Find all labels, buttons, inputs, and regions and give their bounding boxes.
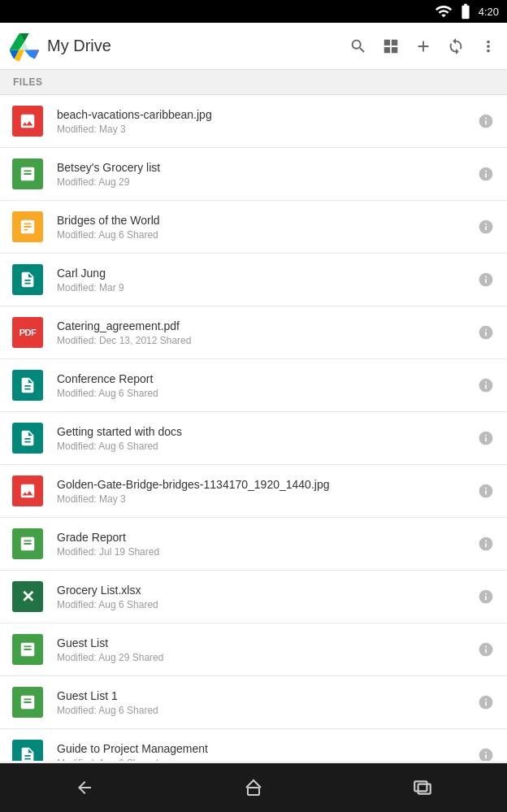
file-details: Catering_agreement.pdf Modified: Dec 13,… xyxy=(57,319,474,346)
list-item[interactable]: Bridges of the World Modified: Aug 6 Sha… xyxy=(0,201,507,254)
info-button[interactable] xyxy=(474,532,497,555)
file-meta: Modified: Aug 6 Shared xyxy=(57,388,474,399)
file-meta: Modified: May 3 xyxy=(57,493,474,505)
file-icon xyxy=(10,103,46,139)
list-item[interactable]: Carl Jung Modified: Mar 9 xyxy=(0,254,507,306)
file-details: beach-vacations-caribbean.jpg Modified: … xyxy=(57,107,474,135)
add-button[interactable] xyxy=(414,37,432,55)
list-item[interactable]: Betsey's Grocery list Modified: Aug 29 xyxy=(0,148,507,201)
search-button[interactable] xyxy=(349,37,367,55)
file-name: Grocery List.xlsx xyxy=(57,583,474,597)
file-icon xyxy=(10,420,46,456)
file-details: Guest List Modified: Aug 29 Shared xyxy=(57,636,474,663)
info-button[interactable] xyxy=(474,163,497,185)
bottom-nav xyxy=(0,763,507,812)
info-button[interactable] xyxy=(474,638,497,661)
file-meta: Modified: Aug 6 Shared xyxy=(57,758,474,761)
list-item[interactable]: Guest List Modified: Aug 29 Shared xyxy=(0,623,507,676)
sync-button[interactable] xyxy=(447,37,465,55)
info-button[interactable] xyxy=(474,321,497,344)
file-meta: Modified: Aug 6 Shared xyxy=(57,229,474,241)
file-icon xyxy=(10,684,46,720)
file-meta: Modified: Aug 29 Shared xyxy=(57,652,474,663)
svg-rect-1 xyxy=(414,781,427,791)
drive-logo xyxy=(10,32,39,61)
file-name: Grade Report xyxy=(57,530,474,545)
info-button[interactable] xyxy=(474,268,497,291)
back-button[interactable] xyxy=(65,768,104,807)
file-name: Golden-Gate-Bridge-bridges-1134170_1920_… xyxy=(57,477,474,492)
file-meta: Modified: Dec 13, 2012 Shared xyxy=(57,335,474,346)
battery-icon xyxy=(457,2,474,20)
recent-apps-button[interactable] xyxy=(403,768,442,807)
file-details: Betsey's Grocery list Modified: Aug 29 xyxy=(57,160,474,188)
file-name: Conference Report xyxy=(57,371,474,386)
file-details: Guide to Project Management Modified: Au… xyxy=(57,741,474,761)
file-name: Carl Jung xyxy=(57,266,474,280)
status-icons: 4:20 xyxy=(435,2,499,20)
home-button[interactable] xyxy=(234,768,273,807)
svg-rect-0 xyxy=(248,788,259,795)
files-section-header: FILES xyxy=(0,70,507,95)
file-icon xyxy=(10,526,46,562)
file-details: Grocery List.xlsx Modified: Aug 6 Shared xyxy=(57,583,474,610)
status-time: 4:20 xyxy=(479,6,499,18)
info-button[interactable] xyxy=(474,585,497,608)
more-options-button[interactable] xyxy=(479,37,497,55)
file-icon xyxy=(10,156,46,192)
file-name: Getting started with docs xyxy=(57,424,474,439)
app-bar-actions xyxy=(349,37,497,55)
list-item[interactable]: Guest List 1 Modified: Aug 6 Shared xyxy=(0,676,507,729)
status-bar: 4:20 xyxy=(0,0,507,23)
list-item[interactable]: PDF Catering_agreement.pdf Modified: Dec… xyxy=(0,306,507,359)
file-icon xyxy=(10,737,46,761)
file-icon: ✕ xyxy=(10,579,46,614)
info-button[interactable] xyxy=(474,427,497,449)
file-details: Getting started with docs Modified: Aug … xyxy=(57,424,474,452)
file-name: Bridges of the World xyxy=(57,213,474,228)
file-meta: Modified: Mar 9 xyxy=(57,282,474,293)
file-name: Guest List 1 xyxy=(57,688,474,703)
file-icon xyxy=(10,632,46,667)
file-name: Guide to Project Management xyxy=(57,741,474,756)
info-button[interactable] xyxy=(474,480,497,502)
file-meta: Modified: Aug 29 xyxy=(57,176,474,188)
wifi-icon xyxy=(435,2,453,20)
list-item[interactable]: Conference Report Modified: Aug 6 Shared xyxy=(0,359,507,412)
grid-view-button[interactable] xyxy=(382,37,400,55)
file-icon xyxy=(10,473,46,509)
svg-rect-2 xyxy=(418,784,431,794)
file-meta: Modified: Aug 6 Shared xyxy=(57,599,474,610)
info-button[interactable] xyxy=(474,374,497,397)
file-icon xyxy=(10,367,46,403)
file-details: Carl Jung Modified: Mar 9 xyxy=(57,266,474,293)
file-details: Guest List 1 Modified: Aug 6 Shared xyxy=(57,688,474,716)
file-icon xyxy=(10,262,46,297)
file-name: beach-vacations-caribbean.jpg xyxy=(57,107,474,122)
file-name: Catering_agreement.pdf xyxy=(57,319,474,333)
file-meta: Modified: Aug 6 Shared xyxy=(57,441,474,452)
list-item[interactable]: Guide to Project Management Modified: Au… xyxy=(0,729,507,761)
list-item[interactable]: Grade Report Modified: Jul 19 Shared xyxy=(0,518,507,571)
file-meta: Modified: May 3 xyxy=(57,124,474,135)
list-item[interactable]: ✕ Grocery List.xlsx Modified: Aug 6 Shar… xyxy=(0,571,507,623)
list-item[interactable]: Golden-Gate-Bridge-bridges-1134170_1920_… xyxy=(0,465,507,518)
file-meta: Modified: Jul 19 Shared xyxy=(57,546,474,558)
info-button[interactable] xyxy=(474,110,497,132)
file-icon: PDF xyxy=(10,315,46,350)
file-icon xyxy=(10,209,46,245)
file-name: Guest List xyxy=(57,636,474,650)
file-details: Golden-Gate-Bridge-bridges-1134170_1920_… xyxy=(57,477,474,505)
file-details: Bridges of the World Modified: Aug 6 Sha… xyxy=(57,213,474,241)
file-details: Grade Report Modified: Jul 19 Shared xyxy=(57,530,474,558)
info-button[interactable] xyxy=(474,691,497,714)
info-button[interactable] xyxy=(474,744,497,761)
app-title: My Drive xyxy=(47,37,341,55)
list-item[interactable]: beach-vacations-caribbean.jpg Modified: … xyxy=(0,95,507,148)
info-button[interactable] xyxy=(474,215,497,238)
file-list: beach-vacations-caribbean.jpg Modified: … xyxy=(0,95,507,761)
list-item[interactable]: Getting started with docs Modified: Aug … xyxy=(0,412,507,465)
app-bar: My Drive xyxy=(0,23,507,70)
file-name: Betsey's Grocery list xyxy=(57,160,474,175)
file-meta: Modified: Aug 6 Shared xyxy=(57,705,474,716)
